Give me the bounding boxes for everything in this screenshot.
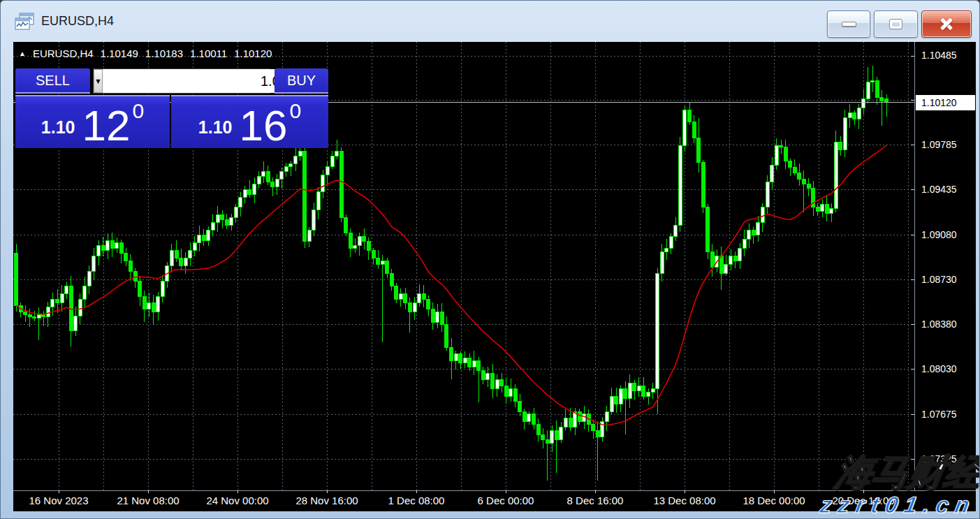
one-click-trading-panel: SELL ▼ ▲ BUY 1.10 12 0 1.10 16 0 [15,68,328,148]
ohlc-header: ▲ EURUSD,H4 1.10149 1.10183 1.10011 1.10… [19,47,272,59]
bid-price-prefix: 1.10 [41,117,75,138]
buy-price-panel[interactable]: 1.10 16 0 [171,95,328,148]
ohlc-open: 1.10149 [101,47,138,59]
time-axis-label: 1 Dec 08:00 [388,495,445,506]
time-axis[interactable]: 16 Nov 202321 Nov 08:0024 Nov 00:0028 No… [13,490,976,511]
time-axis-label: 18 Dec 00:00 [743,495,805,506]
caret-down-icon: ▼ [94,77,102,85]
price-axis[interactable]: 1.10120 1.104851.097851.094351.090801.08… [915,42,976,490]
up-triangle-icon: ▲ [19,50,26,57]
chart-window-icon [15,12,34,31]
time-axis-label: 20 Dec 16:00 [832,495,894,506]
minimize-button[interactable] [827,10,870,38]
sell-button[interactable]: SELL [15,68,90,94]
price-axis-label: 1.09785 [921,139,957,150]
close-icon [939,17,954,32]
time-axis-label: 6 Dec 00:00 [478,495,534,506]
volume-stepper: ▼ ▲ [93,68,270,94]
ask-price-pipette: 0 [289,99,301,123]
time-axis-label: 16 Nov 2023 [29,495,88,506]
ohlc-symbol: EURUSD,H4 [33,47,94,59]
price-axis-label: 1.08380 [921,319,957,330]
maximize-icon [890,20,902,29]
window-titlebar[interactable]: EURUSD,H4 [1,1,979,42]
time-axis-label: 13 Dec 08:00 [653,495,715,506]
price-axis-label: 1.07325 [921,453,957,465]
ohlc-low: 1.10011 [190,47,227,59]
price-axis-label: 1.09435 [921,184,957,195]
volume-input[interactable] [103,69,295,93]
ohlc-close: 1.10120 [234,47,272,59]
bid-price-big: 12 [82,108,131,143]
close-button[interactable] [921,10,972,38]
chart-area: ▲ EURUSD,H4 1.10149 1.10183 1.10011 1.10… [13,42,976,511]
time-axis-label: 28 Nov 16:00 [295,495,358,506]
price-axis-label: 1.10485 [921,50,957,61]
window-title: EURUSD,H4 [41,14,114,29]
bid-price-pipette: 0 [132,99,144,123]
time-axis-label: 21 Nov 08:00 [117,495,179,506]
ohlc-high: 1.10183 [145,47,183,59]
time-axis-label: 8 Dec 16:00 [567,495,624,506]
buy-button[interactable]: BUY [275,68,328,94]
price-axis-label: 1.07675 [921,409,957,420]
price-axis-label: 1.08030 [921,363,957,374]
volume-decrease-button[interactable]: ▼ [94,69,103,93]
current-price-box: 1.10120 [916,95,975,110]
maximize-button[interactable] [874,10,918,38]
time-axis-label: 24 Nov 00:00 [206,495,268,506]
minimize-icon [842,22,856,27]
sell-price-panel[interactable]: 1.10 12 0 [15,95,170,148]
price-axis-label: 1.08730 [921,274,957,285]
ask-price-big: 16 [240,108,288,143]
price-axis-label: 1.09080 [921,229,957,240]
mt4-chart-window: EURUSD,H4 ▲ EURUSD,H4 1.10149 1.10183 1.… [0,0,980,519]
ask-price-prefix: 1.10 [198,117,233,138]
